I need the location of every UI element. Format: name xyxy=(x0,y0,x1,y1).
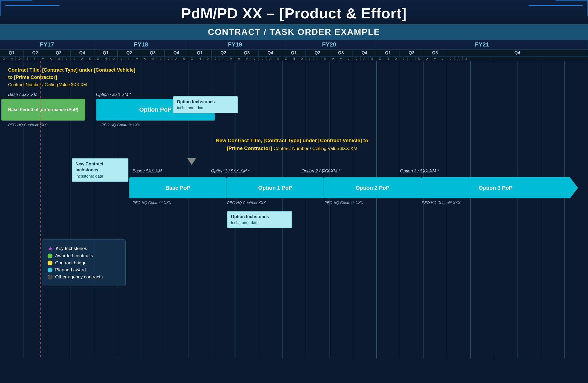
contract2-option3-bar: Option 3 PoP xyxy=(421,177,578,198)
contract2-peo-option3: PEO HQ Control# XXX xyxy=(422,201,460,205)
option-inchstone-box: Option Inchstones Inchstone: date xyxy=(173,96,238,113)
contract1-title: Contract Title, [Contract Type] under [C… xyxy=(8,66,170,88)
page-title: PdM/PD XX – [Product & Effort] xyxy=(0,0,588,24)
legend-item-other: Other agency contracts xyxy=(48,274,120,280)
contract2-base-bar: Base PoP xyxy=(129,177,227,198)
contract2-peo-base: PEO HQ Control# XXX xyxy=(132,201,171,205)
contract2-option1-bar: Option 1 PoP xyxy=(227,177,324,198)
contract2-peo-option1: PEO HQ Control# XXX xyxy=(227,201,266,205)
legend-item-planned: Planned award xyxy=(48,267,120,273)
current-date-line xyxy=(40,61,41,358)
contract2-title: New Contract Title, [Contract Type] unde… xyxy=(162,137,422,152)
fy-header: FY17 FY18 FY19 FY20 FY21 xyxy=(0,40,588,50)
contract2-option2-label: Option 2 / $XX.XM * xyxy=(301,169,340,174)
new-contract-inchstone-box: New Contract Inchstones Inchstone: date xyxy=(72,158,128,182)
months-row: O N D J F M A M J J A S O N D J F M A M … xyxy=(0,56,588,61)
contract2-option-inchstone-box: Option Inchstones Inchstone: date xyxy=(227,211,292,228)
contract2-option3-label: Option 3 / $XX.XM * xyxy=(400,169,439,174)
contract1-option-label: Option / $XX.XM * xyxy=(96,92,131,97)
quarters-row: Q1 Q2 Q3 Q4 Q1 Q2 Q3 Q4 Q1 Q2 Q3 Q4 Q1 Q… xyxy=(0,50,588,56)
contract2-option1-label: Option 1 / $XX.XM * xyxy=(211,169,250,174)
legend-item-bridge: Contract bridge xyxy=(48,260,120,266)
legend-item-inchstones: ★ Key Inchstones xyxy=(48,246,120,252)
page-subtitle: CONTRACT / TASK ORDER EXAMPLE xyxy=(0,24,588,40)
contract2-base-label: Base / $XX.XM xyxy=(132,169,162,174)
contract2-peo-option2: PEO HQ Control# XXX xyxy=(324,201,363,205)
contract2-option2-bar: Option 2 PoP xyxy=(324,177,421,198)
contract2-arrow xyxy=(187,158,196,165)
contract1-base-bar: Base Period of performance (PoP) xyxy=(1,99,85,121)
contract1-peo-option: PEO HQ Control# XXX xyxy=(101,123,140,127)
chart-area: Contract Title, [Contract Type] under [C… xyxy=(0,61,588,358)
legend-box: ★ Key Inchstones Awarded contracts Contr… xyxy=(42,239,126,286)
legend-item-awarded: Awarded contracts xyxy=(48,253,120,259)
contract1-base-label: Base / $XX.XM xyxy=(8,92,38,97)
contract1-peo-base: PEO HQ Control# XXX xyxy=(8,123,47,127)
